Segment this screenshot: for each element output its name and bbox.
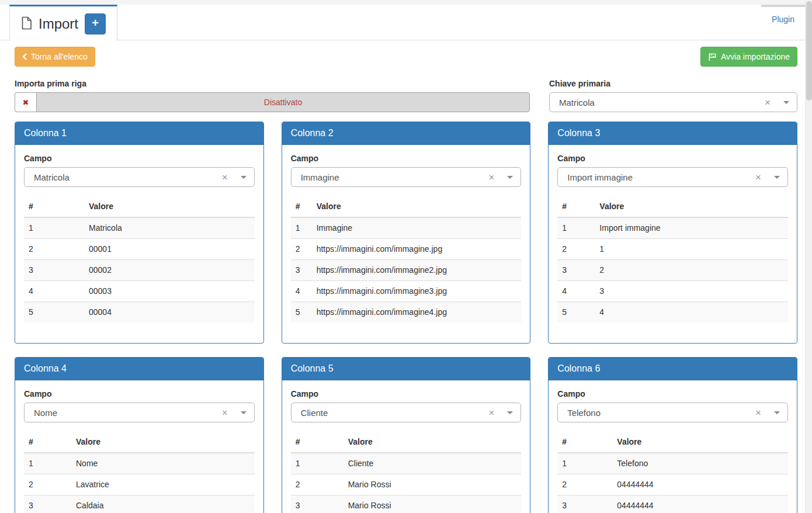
cell-value: Caldaia bbox=[71, 495, 255, 513]
field-select[interactable]: Matricola × bbox=[24, 167, 255, 187]
tabbar-divider bbox=[0, 40, 805, 40]
panel-title: Colonna 1 bbox=[15, 122, 263, 145]
field-select[interactable]: Telefono × bbox=[557, 403, 788, 422]
column-panel-3: Colonna 3 Campo Import immagine × # Valo… bbox=[548, 122, 797, 344]
caret-down-icon bbox=[774, 176, 780, 179]
column-panels: Colonna 1 Campo Matricola × # Valore bbox=[15, 122, 797, 513]
column-panel-5: Colonna 5 Campo Cliente × # Valore bbox=[282, 357, 531, 513]
field-select-value: Telefono bbox=[565, 408, 755, 418]
cell-index: 4 bbox=[24, 281, 84, 302]
field-select[interactable]: Import immagine × bbox=[557, 167, 788, 187]
main-content: Torna all'elenco Avvia importazione Impo… bbox=[0, 40, 805, 513]
plugin-link[interactable]: Plugin bbox=[772, 15, 794, 24]
table-row: 400003 bbox=[24, 281, 255, 302]
cell-value: 00001 bbox=[84, 239, 255, 260]
table-row: 54 bbox=[557, 302, 788, 323]
file-icon bbox=[21, 16, 32, 32]
cell-value: Mario Rossi bbox=[343, 474, 522, 495]
page-title: Import bbox=[39, 16, 78, 32]
cell-index: 5 bbox=[24, 302, 84, 323]
table-row: 1Telefono bbox=[557, 453, 788, 474]
add-import-button[interactable]: + bbox=[85, 13, 106, 34]
col-header-index: # bbox=[291, 432, 343, 453]
col-header-index: # bbox=[24, 196, 84, 217]
cell-value: 04444444 bbox=[612, 495, 788, 513]
field-select[interactable]: Immagine × bbox=[291, 167, 522, 187]
col-header-value: Valore bbox=[612, 432, 788, 453]
field-select[interactable]: Cliente × bbox=[291, 403, 522, 422]
scrollbar-thumb[interactable] bbox=[806, 1, 812, 100]
vertical-scrollbar[interactable] bbox=[805, 0, 812, 513]
field-select[interactable]: Nome × bbox=[24, 403, 255, 422]
cell-index: 2 bbox=[291, 474, 343, 495]
tab-import[interactable]: Import + bbox=[9, 5, 117, 41]
table-row: 304444444 bbox=[557, 495, 788, 513]
import-page: Import + Plugin Torna all'elenco Avvia i… bbox=[0, 0, 805, 513]
cell-value: https://immagini.com/immagine2.jpg bbox=[312, 260, 522, 281]
field-label: Campo bbox=[291, 389, 522, 398]
cell-index: 3 bbox=[291, 260, 312, 281]
field-label: Campo bbox=[291, 154, 522, 163]
cell-value: 00004 bbox=[84, 302, 255, 323]
back-to-list-button[interactable]: Torna all'elenco bbox=[15, 47, 95, 67]
cell-index: 1 bbox=[291, 453, 343, 474]
toggle-first-row-button[interactable]: ✖ bbox=[15, 92, 36, 112]
clear-icon[interactable]: × bbox=[488, 408, 494, 418]
col-header-value: Valore bbox=[312, 196, 522, 217]
clear-icon[interactable]: × bbox=[765, 98, 771, 108]
field-label: Campo bbox=[557, 389, 788, 398]
start-import-button[interactable]: Avvia importazione bbox=[700, 47, 797, 67]
cell-value: https://immagini.com/immagine4.jpg bbox=[312, 302, 522, 323]
col-header-index: # bbox=[291, 196, 312, 217]
toolbar: Torna all'elenco Avvia importazione bbox=[15, 47, 797, 67]
cell-value: https://immagini.com/immagine.jpg bbox=[312, 239, 522, 260]
col-header-index: # bbox=[24, 432, 71, 453]
caret-down-icon bbox=[507, 411, 513, 414]
table-row: 4https://immagini.com/immagine3.jpg bbox=[291, 281, 522, 302]
cell-value: 4 bbox=[595, 302, 788, 323]
col-header-index: # bbox=[557, 196, 595, 217]
preview-table: # Valore 1Cliente 2Mario Rossi 3Mario Ro… bbox=[291, 432, 522, 513]
table-row: 2Lavatrice bbox=[24, 474, 255, 495]
cell-value: Telefono bbox=[612, 453, 788, 474]
clear-icon[interactable]: × bbox=[222, 408, 228, 418]
table-row: 32 bbox=[557, 260, 788, 281]
primary-key-label: Chiave primaria bbox=[549, 79, 797, 88]
cell-index: 3 bbox=[24, 260, 84, 281]
cell-index: 2 bbox=[557, 474, 612, 495]
cell-value: 04444444 bbox=[612, 474, 788, 495]
import-first-row-label: Importa prima riga bbox=[15, 79, 530, 88]
preview-table: # Valore 1Telefono 204444444 304444444 bbox=[557, 432, 788, 513]
table-row: 2Mario Rossi bbox=[291, 474, 522, 495]
panel-title: Colonna 2 bbox=[282, 122, 530, 145]
clear-icon[interactable]: × bbox=[755, 172, 761, 182]
column-panel-6: Colonna 6 Campo Telefono × # Valore bbox=[548, 357, 797, 513]
cell-value: Immagine bbox=[312, 217, 522, 239]
tab-bar: Import + Plugin bbox=[0, 0, 805, 40]
clear-icon[interactable]: × bbox=[755, 408, 761, 418]
col-header-value: Valore bbox=[84, 196, 255, 217]
import-first-row-control: ✖ Disattivato bbox=[15, 92, 530, 112]
clear-icon[interactable]: × bbox=[222, 172, 228, 182]
table-row: 43 bbox=[557, 281, 788, 302]
cell-value: Cliente bbox=[343, 453, 522, 474]
col-header-index: # bbox=[557, 432, 612, 453]
table-row: 21 bbox=[557, 239, 788, 260]
table-row: 3https://immagini.com/immagine2.jpg bbox=[291, 260, 522, 281]
table-row: 1Immagine bbox=[291, 217, 522, 239]
cell-index: 1 bbox=[24, 453, 71, 474]
remove-icon: ✖ bbox=[23, 98, 29, 107]
field-select-value: Matricola bbox=[32, 172, 222, 182]
cell-value: Nome bbox=[71, 453, 255, 474]
table-row: 3Mario Rossi bbox=[291, 495, 522, 513]
start-import-label: Avvia importazione bbox=[721, 51, 790, 63]
cell-value: 1 bbox=[595, 239, 788, 260]
table-row: 500004 bbox=[24, 302, 255, 323]
table-row: 200001 bbox=[24, 239, 255, 260]
panel-title: Colonna 5 bbox=[282, 358, 530, 380]
tab-plugin[interactable]: Plugin bbox=[761, 5, 805, 24]
col-header-value: Valore bbox=[595, 196, 788, 217]
col-header-value: Valore bbox=[71, 432, 255, 453]
primary-key-select[interactable]: Matricola × bbox=[549, 92, 797, 112]
clear-icon[interactable]: × bbox=[488, 172, 494, 182]
